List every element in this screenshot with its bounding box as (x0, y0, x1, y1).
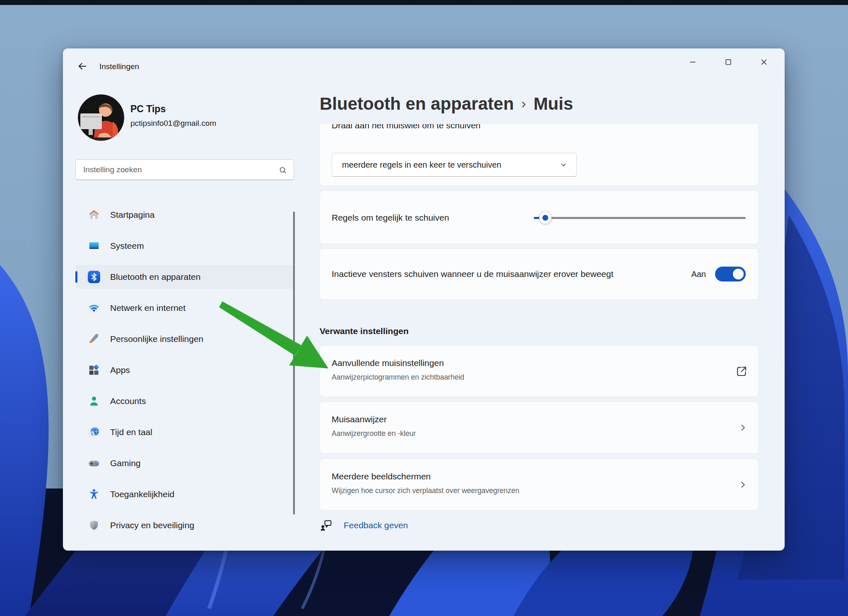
search-input[interactable] (76, 160, 294, 180)
sidebar-item-netwerk-en-internet[interactable]: Netwerk en internet (75, 296, 294, 320)
settings-search-box (75, 159, 294, 180)
card-subtitle: Wijzigen hoe cursor zich verplaatst over… (332, 486, 519, 495)
accessibility-icon (88, 488, 100, 500)
toggle-group: Aan (691, 267, 746, 282)
caption-buttons (681, 53, 776, 71)
scroll-lines-dropdown[interactable]: meerdere regels in een keer te verschuiv… (332, 153, 577, 177)
minimize-button[interactable] (681, 53, 704, 71)
inactive-windows-scroll-label: Inactieve vensters schuiven wanneer u de… (332, 267, 614, 281)
network-icon (88, 302, 100, 314)
sidebar-item-label: Toegankelijkheid (110, 489, 174, 499)
sidebar-item-label: Gaming (110, 458, 141, 468)
toggle-knob (733, 269, 744, 279)
sidebar-item-label: Startpagina (110, 210, 154, 220)
toggle-state-label: Aan (691, 270, 706, 279)
sidebar-item-apps[interactable]: Apps (75, 358, 294, 382)
lines-to-scroll-card: Regels om tegelijk te schuiven (320, 190, 759, 244)
gaming-icon (88, 457, 100, 469)
settings-window: Instellingen PC Tips pctipsinfo01@gmail.… (63, 48, 785, 551)
breadcrumb-current: Muis (533, 94, 573, 114)
content-scroll-area[interactable]: Draai aan het muiswiel om te schuiven me… (320, 124, 759, 543)
feedback-link[interactable]: Feedback geven (344, 520, 408, 530)
slider-track[interactable] (534, 217, 746, 219)
chevron-right-icon (737, 422, 748, 433)
sidebar-item-startpagina[interactable]: Startpagina (75, 203, 294, 227)
personalization-icon (88, 333, 100, 345)
sidebar-item-label: Tijd en taal (110, 427, 152, 437)
sidebar-item-label: Apps (110, 365, 130, 375)
sidebar-item-tijd-en-taal[interactable]: Tijd en taal (75, 420, 294, 444)
related-settings-heading: Verwante instellingen (320, 326, 759, 336)
avatar-image (78, 94, 124, 141)
bluetooth-icon (88, 271, 100, 283)
card-subtitle: Aanwijzergrootte en -kleur (332, 429, 416, 438)
multiple-displays-card[interactable]: Meerdere beeldschermen Wijzigen hoe curs… (320, 459, 759, 510)
sidebar-item-label: Netwerk en internet (110, 303, 186, 313)
sidebar-nav: Startpagina Systeem Bluetooth en apparat… (75, 203, 294, 544)
breadcrumb-separator-icon: › (521, 95, 526, 111)
sidebar-item-label: Accounts (110, 396, 146, 406)
maximize-icon (724, 58, 732, 66)
external-link-icon (735, 365, 748, 378)
sidebar-item-toegankelijkheid[interactable]: Toegankelijkheid (75, 482, 294, 506)
sidebar-item-systeem[interactable]: Systeem (75, 234, 294, 258)
breadcrumb: Bluetooth en apparaten › Muis (320, 94, 573, 114)
accounts-icon (88, 395, 100, 407)
system-icon (88, 240, 100, 252)
close-icon (759, 58, 768, 67)
chevron-down-icon (559, 160, 568, 169)
breadcrumb-parent[interactable]: Bluetooth en apparaten (320, 94, 514, 114)
window-title: Instellingen (99, 62, 139, 71)
apps-icon (88, 364, 100, 376)
card-title: Aanvullende muisinstellingen (332, 358, 444, 368)
search-icon (278, 165, 288, 175)
sidebar-item-label: Persoonlijke instellingen (110, 334, 203, 344)
card-title: Meerdere beeldschermen (332, 472, 431, 481)
privacy-icon (88, 519, 100, 532)
card-subtitle: Aanwijzerpictogrammen en zichtbaarheid (332, 373, 464, 382)
sidebar-item-label: Bluetooth en apparaten (110, 272, 200, 282)
avatar[interactable] (78, 94, 124, 141)
lines-to-scroll-slider[interactable] (534, 209, 746, 226)
sidebar-scrollbar[interactable] (293, 212, 295, 515)
wheel-scroll-setting-label: Draai aan het muiswiel om te schuiven (332, 124, 481, 130)
close-button[interactable] (752, 53, 776, 71)
maximize-button[interactable] (717, 53, 740, 71)
card-title: Muisaanwijzer (332, 414, 387, 424)
back-button[interactable] (75, 58, 90, 74)
feedback-row: Feedback geven (320, 517, 759, 534)
sidebar-item-accounts[interactable]: Accounts (75, 389, 294, 413)
account-name: PC Tips (130, 103, 166, 115)
account-email: pctipsinfo01@gmail.com (130, 119, 216, 128)
additional-mouse-settings-card[interactable]: Aanvullende muisinstellingen Aanwijzerpi… (320, 345, 759, 397)
sidebar-item-label: Systeem (110, 241, 144, 251)
scroll-lines-dropdown-value: meerdere regels in een keer te verschuiv… (342, 160, 501, 170)
sidebar-item-persoonlijke-instellingen[interactable]: Persoonlijke instellingen (75, 327, 294, 351)
home-icon (88, 209, 100, 221)
inactive-windows-scroll-card: Inactieve vensters schuiven wanneer u de… (320, 248, 759, 300)
mouse-wheel-scroll-card: Draai aan het muiswiel om te schuiven me… (320, 124, 759, 186)
sidebar-item-privacy-en-beveiliging[interactable]: Privacy en beveiliging (75, 513, 294, 537)
slider-thumb[interactable] (539, 212, 552, 224)
minimize-icon (688, 58, 697, 67)
sidebar-item-bluetooth-en-apparaten[interactable]: Bluetooth en apparaten (75, 265, 294, 289)
time-language-icon (88, 426, 100, 438)
sidebar-item-label: Privacy en beveiliging (110, 520, 194, 530)
selected-indicator (75, 271, 77, 283)
lines-to-scroll-label: Regels om tegelijk te schuiven (332, 191, 449, 245)
inactive-windows-toggle[interactable] (715, 267, 746, 282)
feedback-icon (320, 519, 333, 532)
chevron-right-icon (737, 479, 748, 490)
sidebar-item-gaming[interactable]: Gaming (75, 451, 294, 475)
back-arrow-icon (77, 61, 88, 72)
mouse-pointer-card[interactable]: Muisaanwijzer Aanwijzergrootte en -kleur (320, 402, 759, 454)
